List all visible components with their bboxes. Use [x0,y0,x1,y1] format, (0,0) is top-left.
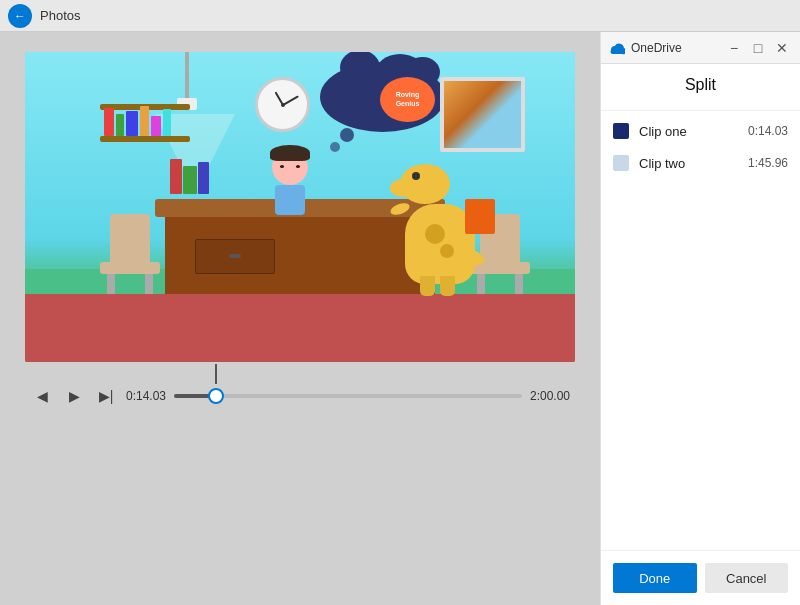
clock-center [281,103,285,107]
cloud-dot1 [340,128,354,142]
book [116,114,124,136]
od-window-controls: − □ ✕ [724,38,792,58]
roving-genius-logo: RovingGenius [380,77,435,122]
desk-drawer [195,239,275,274]
clip-item-1: Clip one 0:14.03 [613,123,788,139]
rewind-icon: ◀ [37,388,48,404]
floor-red [25,294,575,362]
onedrive-title: OneDrive [631,41,682,55]
clip-name-1: Clip one [639,124,738,139]
clips-list: Clip one 0:14.03 Clip two 1:45.96 [601,111,800,550]
book [140,106,149,136]
frame-inner [444,81,521,148]
clock-minute-hand [282,95,298,105]
cancel-button[interactable]: Cancel [705,563,789,593]
desk-book2 [183,166,197,194]
right-panel: OneDrive − □ ✕ Split Clip one 0:14.03 Cl… [600,32,800,605]
picture-frame [440,77,525,152]
boy-eye-right [296,165,300,168]
boy-hair [270,145,310,161]
play-button[interactable]: ▶ [62,384,86,408]
desk-book3 [198,162,209,194]
clip-color-1 [613,123,629,139]
dinosaur-character [395,174,495,284]
dino-eye [412,172,420,180]
dino-head [400,164,450,204]
onedrive-icon [609,40,625,56]
dino-spot2 [440,244,454,258]
boy-character [260,149,320,229]
clip-item-2: Clip two 1:45.96 [613,155,788,171]
bookshelf [100,82,190,142]
clip-name-2: Clip two [639,156,738,171]
chair-seat-left [100,262,160,274]
cloud-dot2 [330,142,340,152]
clock [255,77,310,132]
rewind-button[interactable]: ◀ [30,384,54,408]
onedrive-titlebar: OneDrive − □ ✕ [601,32,800,64]
clip-color-2 [613,155,629,171]
chair-back-left [110,214,150,264]
desk-books [170,159,209,194]
clock-inner [258,80,307,129]
main-container: RovingGenius [0,32,800,605]
dino-snout [390,179,415,197]
video-area: RovingGenius [0,32,600,605]
cloud-bump1 [340,52,380,85]
next-icon: ▶| [99,388,114,404]
boy-eye-left [280,165,284,168]
chair-leg-left1 [107,274,115,294]
book [151,116,161,136]
app-title: Photos [40,8,80,23]
clip-time-1: 0:14.03 [748,124,788,138]
current-time: 0:14.03 [126,389,166,403]
minimize-button[interactable]: − [724,38,744,58]
end-time: 2:00.00 [530,389,570,403]
scene: RovingGenius [25,52,575,362]
back-button[interactable]: ← [8,4,32,28]
timeline-thumb[interactable] [208,388,224,404]
done-button[interactable]: Done [613,563,697,593]
od-title-left: OneDrive [609,40,682,56]
split-title: Split [601,64,800,111]
back-icon: ← [14,9,26,23]
shelf-board-bottom [100,136,190,142]
desk-book1 [170,159,182,194]
chair-leg-left2 [145,274,153,294]
dino-book [465,199,495,234]
dino-spot1 [425,224,445,244]
dino-leg-right [440,276,455,296]
chair-leg-right2 [515,274,523,294]
maximize-button[interactable]: □ [748,38,768,58]
app-titlebar: ← Photos [0,0,800,32]
book [126,111,138,136]
timeline[interactable] [174,386,522,406]
action-buttons: Done Cancel [601,550,800,605]
timeline-thumb-line [215,364,217,384]
books-row [104,106,171,136]
desk-leg-left [185,274,203,294]
clip-time-2: 1:45.96 [748,156,788,170]
book [163,109,171,136]
timeline-track [174,394,522,398]
dino-tail [453,244,486,268]
next-button[interactable]: ▶| [94,384,118,408]
boy-body [275,185,305,215]
book [104,108,114,136]
play-icon: ▶ [69,388,80,404]
drawer-handle [229,254,241,258]
boy-head [272,149,308,185]
logo-text: RovingGenius [396,91,420,108]
close-button[interactable]: ✕ [772,38,792,58]
controls-bar: ◀ ▶ ▶| 0:14.03 2:00.00 [20,372,580,420]
dino-leg-left [420,276,435,296]
video-frame: RovingGenius [25,52,575,362]
